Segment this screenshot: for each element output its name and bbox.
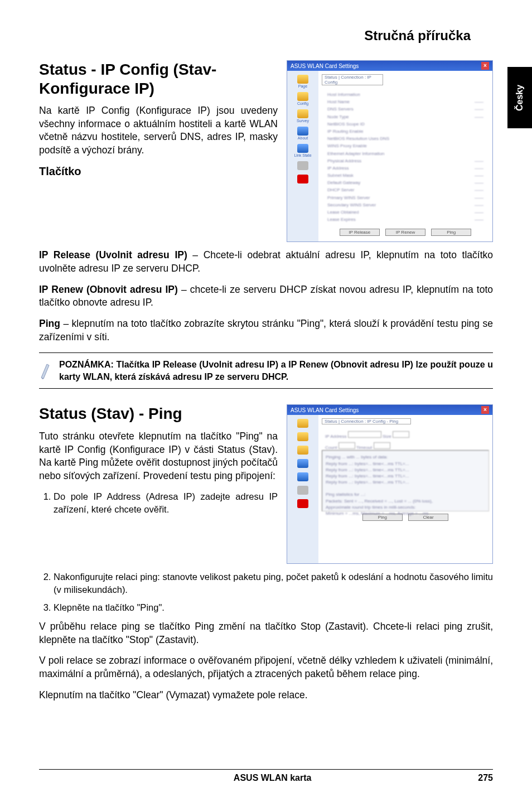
ip-release-label: IP Release (Uvolnit adresu IP)	[39, 249, 187, 260]
ip-renew-button[interactable]: IP Renew	[385, 229, 425, 236]
exit-icon-2[interactable]	[297, 499, 308, 508]
label-lease1: Lease Obtained	[327, 209, 359, 215]
page-footer: ASUS WLAN karta 275	[39, 769, 493, 783]
about-icon-2[interactable]	[297, 459, 308, 468]
close-icon-2[interactable]: ×	[481, 406, 489, 414]
label-pwins: Primary WINS Server	[327, 195, 370, 201]
window-title-2: ASUS WLAN Card Settings	[291, 407, 359, 413]
status-icon-2[interactable]	[297, 419, 308, 428]
language-tab: Česky	[507, 67, 532, 128]
ip-release-button[interactable]: IP Release	[340, 229, 380, 236]
ping-steps-list: Do pole IP Address (Adresa IP) zadejte a…	[39, 490, 278, 515]
label-swins: Secondary WINS Server	[327, 202, 376, 208]
label-nodetype: Node Type	[327, 114, 349, 120]
button-subheading: Tlačítko	[39, 165, 278, 178]
label-ipenable: IP Routing Enable	[327, 128, 363, 134]
section2-p1: V průběhu relace ping se tlačítko Ping z…	[39, 620, 493, 646]
label-netbios: NetBIOS Resolution Uses DNS	[327, 136, 389, 142]
footer-center-text: ASUS WLAN karta	[67, 773, 478, 783]
tab-page[interactable]: Page	[298, 84, 307, 88]
ping-step-1: Do pole IP Address (Adresa IP) zadejte a…	[54, 490, 278, 515]
count-input[interactable]	[338, 442, 355, 449]
note-text: POZNÁMKA: Tlačítka IP Release (Uvolnit a…	[59, 359, 493, 383]
label-dhcp: DHCP Server	[327, 187, 354, 193]
timeout-input[interactable]	[374, 442, 390, 449]
section2-heading: Status (Stav) - Ping	[39, 404, 278, 423]
section2-p2: V poli relace se zobrazí informace o ově…	[39, 654, 493, 680]
about-icon[interactable]	[297, 127, 308, 136]
count-label: Count	[325, 445, 337, 450]
config-icon-2[interactable]	[297, 432, 308, 441]
ip-address-label: IP Address	[325, 434, 347, 439]
section1-intro: Na kartě IP Config (Konfigurace IP) jsou…	[39, 104, 278, 157]
section1-heading: Status - IP Config (Stav-Konfigurace IP)	[39, 60, 278, 98]
tab-survey[interactable]: Survey	[297, 119, 309, 123]
label-hostname: Host Name	[327, 99, 350, 105]
linkstate-icon[interactable]	[297, 144, 308, 153]
ip-release-paragraph: IP Release (Uvolnit adresu IP) – Chcete-…	[39, 249, 493, 275]
page-header-title: Stručná příručka	[39, 28, 471, 44]
ping-text: – klepnutím na toto tlačítko zobrazíte s…	[39, 318, 493, 342]
ipconfig-screenshot: ASUS WLAN Card Settings × Page Config Su…	[287, 60, 493, 242]
label-gateway: Default Gateway	[327, 180, 360, 186]
exit-icon[interactable]	[297, 175, 308, 183]
config-icon[interactable]	[297, 92, 308, 101]
note-pencil-icon	[39, 361, 51, 380]
close-icon[interactable]: ×	[481, 62, 489, 70]
ping-paragraph: Ping – klepnutím na toto tlačítko zobraz…	[39, 317, 493, 344]
ping-screenshot: ASUS WLAN Card Settings × Status | Conne…	[287, 404, 493, 564]
tab-about[interactable]: About	[298, 136, 308, 140]
footer-page-number: 275	[478, 773, 493, 783]
tab-config[interactable]: Config	[297, 102, 308, 105]
timeout-label: Timeout	[356, 445, 373, 450]
tab-selector-1[interactable]: Status | Connection : IP Config	[322, 74, 383, 85]
ping-step-3: Klepněte na tlačítko "Ping".	[54, 601, 493, 613]
window-title-1: ASUS WLAN Card Settings	[291, 63, 359, 69]
linkstate-icon-2[interactable]	[297, 472, 308, 481]
label-subnet: Subnet Mask	[327, 172, 354, 178]
label-wins: WINS Proxy Enable	[327, 143, 367, 149]
label-ethernet: Ethernet Adapter Information	[327, 151, 384, 157]
survey-icon[interactable]	[297, 109, 308, 118]
label-routing: NetBIOS Scope ID	[327, 121, 365, 127]
size-label: Size	[383, 434, 391, 439]
survey-icon-2[interactable]	[297, 446, 308, 455]
size-input[interactable]	[393, 431, 409, 438]
ping-button[interactable]: Ping	[431, 229, 471, 236]
note-block: POZNÁMKA: Tlačítka IP Release (Uvolnit a…	[39, 352, 493, 389]
tab-selector-2[interactable]: Status | Connection : IP Config - Ping	[322, 418, 411, 424]
ping-step-2: Nakonfigurujte relaci ping: stanovte vel…	[54, 571, 493, 596]
section2-p3: Klepnutím na tlačítko "Clear" (Vymazat) …	[39, 689, 493, 702]
misc-icon-2	[297, 486, 308, 495]
ip-renew-label: IP Renew (Obnovit adresu IP)	[39, 284, 178, 295]
ping-output-area: Pinging ... with ... bytes of data:Reply…	[322, 450, 489, 511]
ip-renew-paragraph: IP Renew (Obnovit adresu IP) – chcete-li…	[39, 283, 493, 310]
ip-address-input[interactable]	[348, 431, 381, 438]
misc-icon	[297, 161, 308, 170]
status-icon[interactable]	[297, 75, 308, 84]
ping-label: Ping	[39, 318, 60, 329]
label-ipaddr: IP Address	[327, 165, 349, 171]
label-lease2: Lease Expires	[327, 216, 356, 223]
section2-intro: Tuto stránku otevřete klepnutím na tlačí…	[39, 430, 278, 483]
ping-steps-list-cont: Nakonfigurujte relaci ping: stanovte vel…	[39, 571, 493, 613]
label-dns: DNS Servers	[327, 106, 354, 112]
label-host: Host Information	[327, 91, 360, 98]
tab-linkstate[interactable]: Link State	[294, 153, 311, 157]
label-physical: Physical Address	[327, 158, 361, 164]
